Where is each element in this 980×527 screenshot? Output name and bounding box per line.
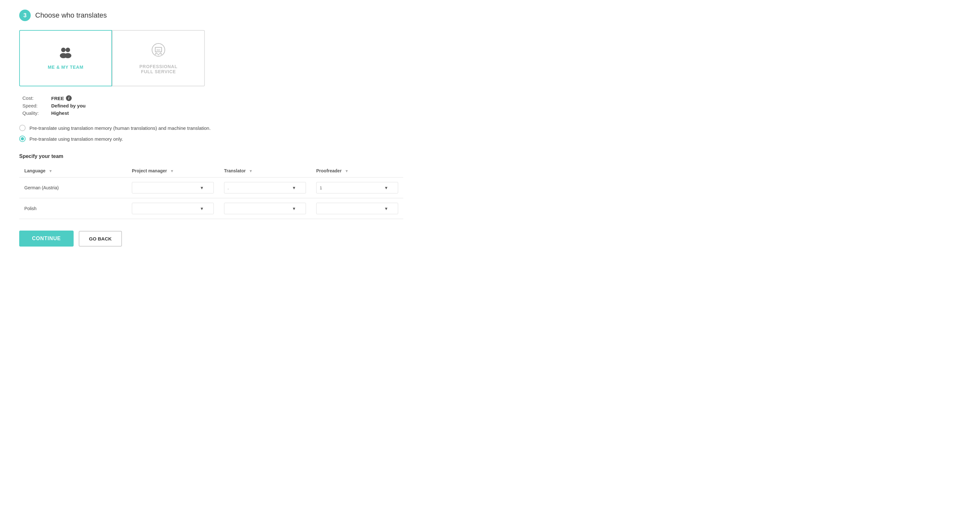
iso-icon: ISO [151, 42, 166, 60]
proofreader-select-polish[interactable]: ▼ [311, 198, 403, 219]
cost-info: Cost: FREE i Speed: Defined by you Quali… [22, 95, 961, 116]
pm-dropdown-polish[interactable]: ▼ [132, 203, 214, 214]
translator-dropdown-polish[interactable]: ▼ [224, 203, 306, 214]
card-professional-full-service-label: PROFESSIONALFULL SERVICE [140, 64, 178, 74]
translator-select-german-austria[interactable]: . ▼ [219, 178, 311, 198]
translator-select-polish[interactable]: ▼ [219, 198, 311, 219]
info-icon[interactable]: i [66, 95, 72, 101]
radio-memory-only-label: Pre-translate using translation memory o… [29, 136, 123, 142]
pm-select-german-austria[interactable]: ▼ [127, 178, 219, 198]
radio-memory-only[interactable]: Pre-translate using translation memory o… [19, 136, 961, 142]
radio-memory-machine-label: Pre-translate using translation memory (… [29, 125, 211, 131]
radio-options: Pre-translate using translation memory (… [19, 125, 961, 142]
filter-proofreader-icon[interactable]: ▼ [345, 169, 348, 173]
filter-pm-icon[interactable]: ▼ [170, 169, 174, 173]
pm-dropdown-german-austria[interactable]: ▼ [132, 182, 214, 194]
proofreader-chevron-icon: ▼ [384, 186, 388, 190]
pm-chevron-icon: ▼ [200, 186, 204, 190]
filter-translator-icon[interactable]: ▼ [249, 169, 253, 173]
step-badge: 3 [19, 10, 31, 21]
speed-label: Speed: [22, 103, 51, 108]
th-proofreader: Proofreader ▼ [311, 164, 403, 178]
svg-point-2 [65, 48, 70, 52]
lang-polish: Polish [19, 198, 127, 219]
translator-dropdown-german-austria[interactable]: . ▼ [224, 182, 306, 194]
step-header: 3 Choose who translates [19, 10, 961, 21]
filter-language-icon[interactable]: ▼ [49, 169, 52, 173]
proofreader-select-german-austria[interactable]: 1 ▼ [311, 178, 403, 198]
table-header-row: Language ▼ Project manager ▼ Translator … [19, 164, 403, 178]
lang-german-austria: German (Austria) [19, 178, 127, 198]
radio-circle-memory-only [19, 136, 25, 142]
radio-memory-machine[interactable]: Pre-translate using translation memory (… [19, 125, 961, 131]
option-cards: ME & MY TEAM ISO PROFESSIONALFULL SERVIC… [19, 30, 205, 86]
people-icon [58, 47, 73, 61]
card-me-my-team[interactable]: ME & MY TEAM [19, 30, 112, 86]
cost-label: Cost: [22, 95, 51, 101]
proofreader-dropdown-german-austria[interactable]: 1 ▼ [316, 182, 398, 194]
radio-circle-memory-machine [19, 125, 25, 131]
continue-button[interactable]: CONTINUE [19, 230, 73, 246]
svg-point-0 [61, 48, 65, 52]
cost-value: FREE i [51, 95, 961, 101]
table-row: German (Austria) ▼ . ▼ 1 ▼ [19, 178, 403, 198]
quality-value: Highest [51, 110, 961, 116]
svg-text:ISO: ISO [156, 49, 161, 51]
action-buttons: CONTINUE GO BACK [19, 230, 961, 246]
quality-label: Quality: [22, 110, 51, 116]
go-back-button[interactable]: GO BACK [79, 231, 122, 246]
proofreader-dropdown-polish[interactable]: ▼ [316, 203, 398, 214]
team-table: Language ▼ Project manager ▼ Translator … [19, 164, 403, 219]
proofreader-chevron-icon-polish: ▼ [384, 206, 388, 211]
specify-your-team-title: Specify your team [19, 154, 961, 159]
th-translator: Translator ▼ [219, 164, 311, 178]
pm-chevron-icon-polish: ▼ [200, 206, 204, 211]
card-me-my-team-label: ME & MY TEAM [48, 65, 84, 70]
translator-value-german-austria: . [228, 186, 229, 190]
th-language: Language ▼ [19, 164, 127, 178]
th-project-manager: Project manager ▼ [127, 164, 219, 178]
proofreader-value-german-austria: 1 [320, 186, 322, 190]
table-row: Polish ▼ ▼ ▼ [19, 198, 403, 219]
pm-select-polish[interactable]: ▼ [127, 198, 219, 219]
svg-point-3 [64, 53, 72, 58]
translator-chevron-icon: ▼ [292, 186, 296, 190]
card-professional-full-service[interactable]: ISO PROFESSIONALFULL SERVICE [112, 30, 205, 86]
translator-chevron-icon-polish: ▼ [292, 206, 296, 211]
speed-value: Defined by you [51, 103, 961, 108]
step-title: Choose who translates [35, 11, 107, 19]
